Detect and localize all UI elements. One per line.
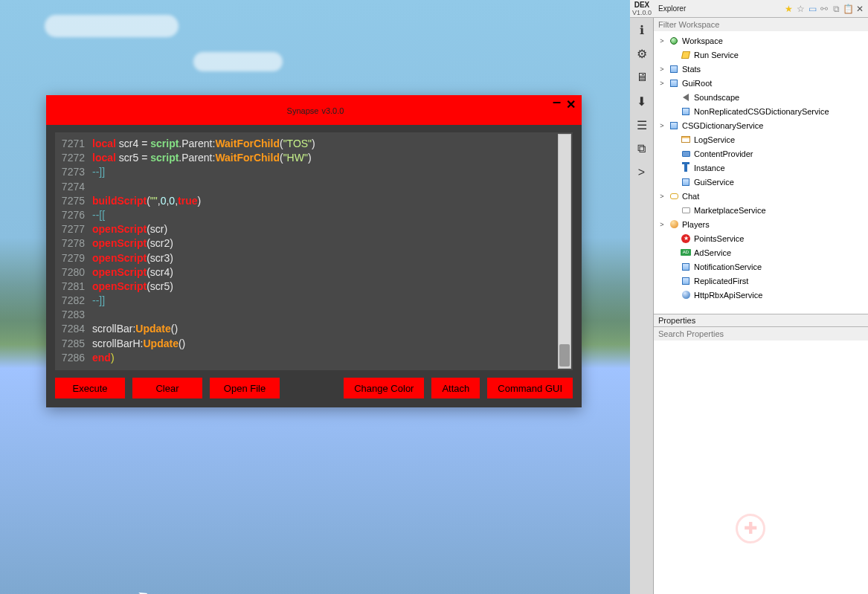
filter-workspace-input[interactable] — [654, 18, 868, 31]
tree-node-label: PointsService — [694, 234, 744, 243]
stats-node[interactable]: >Stats — [654, 62, 868, 76]
code-editor[interactable]: 7271727272737274727572767277727872797280… — [55, 132, 573, 370]
close-icon[interactable]: ✕ — [855, 4, 865, 14]
search-properties-input[interactable] — [654, 327, 868, 340]
change-color-button[interactable]: Change Color — [344, 378, 424, 398]
inst-icon — [681, 163, 691, 173]
csgdict-node[interactable]: >CSGDictionaryService — [654, 118, 868, 132]
window-icon[interactable]: ▭ — [807, 4, 817, 14]
tree-node-label: Chat — [682, 192, 699, 201]
execute-button[interactable]: Execute — [55, 378, 125, 398]
link-icon[interactable]: ⚯ — [819, 4, 829, 14]
award-icon: ✚ — [736, 514, 765, 543]
mkt-icon — [681, 205, 691, 216]
star-icon[interactable]: ☆ — [795, 4, 806, 14]
notification-node[interactable]: NotificationService — [654, 259, 868, 274]
runservice-node[interactable]: Run Service — [654, 48, 868, 62]
download-icon[interactable]: ⬇ — [630, 89, 654, 113]
more-icon[interactable]: > — [630, 161, 654, 184]
tree-node-label: AdService — [694, 248, 731, 257]
tree-node-label: Run Service — [694, 51, 739, 59]
players-icon — [669, 219, 679, 230]
close-icon[interactable]: ✕ — [566, 97, 576, 112]
guiservice-node[interactable]: GuiService — [654, 175, 868, 189]
star-fav-icon[interactable]: ★ — [783, 4, 794, 14]
copy-icon[interactable]: ⧉ — [630, 137, 654, 161]
dex-sidebar: ℹ⚙🖥⬇☰⧉> — [630, 18, 654, 594]
code-area[interactable]: local scr4 = script.Parent:WaitForChild(… — [89, 132, 556, 370]
dex-header-actions: ★☆▭⚯⧉📋✕ — [783, 4, 868, 14]
soundscape-node[interactable]: Soundscape — [654, 90, 868, 104]
editor-scrollbar[interactable] — [558, 134, 571, 369]
chevron-right-icon[interactable]: > — [658, 193, 666, 200]
paste-icon[interactable]: 📋 — [843, 4, 853, 14]
contentprov-node[interactable]: ContentProvider — [654, 146, 868, 161]
dex-header: DEX V1.0.0 Explorer ★☆▭⚯⧉📋✕ — [630, 0, 868, 18]
sq-icon — [681, 262, 691, 272]
chat-icon — [669, 191, 679, 201]
command-gui-button[interactable]: Command GUI — [487, 378, 573, 398]
synapse-titlebar[interactable]: Synapsev3.0.0 – ✕ — [46, 95, 582, 125]
sq-icon — [681, 106, 691, 117]
tree-node-label: NonReplicatedCSGDictionaryService — [694, 107, 829, 116]
sq-icon — [669, 64, 679, 74]
tree-node-label: Instance — [694, 164, 725, 172]
synapse-window[interactable]: Synapsev3.0.0 – ✕ 7271727272737274727572… — [46, 95, 582, 407]
tree-node-label: NotificationService — [694, 262, 762, 271]
points-toast: ✚ Points Awarded You received 50 points! — [728, 499, 862, 558]
tree-node-label: ContentProvider — [694, 149, 753, 158]
replicatedfirst-node[interactable]: ReplicatedFirst — [654, 274, 868, 288]
pointsservice-node[interactable]: ★PointsService — [654, 231, 868, 245]
chevron-right-icon[interactable]: > — [658, 65, 666, 73]
toast-title: Points Awarded — [773, 519, 855, 531]
http-icon — [681, 290, 691, 300]
info-icon[interactable]: ℹ — [630, 18, 654, 42]
open-file-button[interactable]: Open File — [210, 378, 280, 398]
tree-node-label: Stats — [682, 65, 701, 74]
properties-header: Properties — [654, 314, 868, 327]
scrollbar-thumb[interactable] — [559, 344, 570, 367]
tree-node-label: Players — [682, 220, 710, 229]
remote-icon[interactable]: 🖥 — [630, 65, 654, 89]
chevron-right-icon[interactable]: > — [658, 37, 666, 45]
httprbx-node[interactable]: HttpRbxApiService — [654, 288, 868, 302]
copy-icon[interactable]: ⧉ — [831, 4, 841, 14]
dex-version-label: V1.0.0 — [630, 9, 654, 16]
chevron-right-icon[interactable]: > — [658, 122, 666, 129]
synapse-toolbar: Execute Clear Open File Change Color Att… — [46, 375, 582, 407]
tree-node-label: GuiRoot — [682, 79, 712, 88]
cp-icon — [681, 149, 691, 159]
toast-message: You received 50 points! — [773, 531, 855, 539]
run-icon — [681, 50, 691, 60]
gear-icon[interactable]: ⚙ — [630, 42, 654, 65]
players-node[interactable]: >Players — [654, 217, 868, 231]
attach-button[interactable]: Attach — [431, 378, 480, 398]
tree-node-label: LogService — [694, 135, 735, 144]
tree-node-label: HttpRbxApiService — [694, 291, 762, 300]
speaker-icon — [681, 92, 691, 103]
minimize-icon[interactable]: – — [553, 97, 561, 105]
sq-icon — [681, 177, 691, 187]
chat-node[interactable]: >Chat — [654, 189, 868, 203]
chevron-right-icon[interactable]: > — [658, 221, 666, 228]
tree-node-label: Soundscape — [694, 93, 739, 102]
cloud-decoration — [45, 15, 179, 37]
instance-node[interactable]: Instance — [654, 161, 868, 175]
ad-icon: AD — [681, 248, 691, 258]
chevron-right-icon[interactable]: > — [658, 80, 666, 87]
logservice-node[interactable]: LogService — [654, 132, 868, 146]
log-icon — [681, 135, 691, 145]
tree-node-label: Workspace — [682, 36, 723, 45]
tree-node-label: GuiService — [694, 178, 734, 187]
synapse-title: Synapsev3.0.0 — [284, 103, 344, 117]
marketplace-node[interactable]: MarketplaceService — [654, 203, 868, 217]
adservice-node[interactable]: ADAdService — [654, 245, 868, 259]
nonrepcsg-node[interactable]: NonReplicatedCSGDictionaryService — [654, 104, 868, 118]
tree-node-label: MarketplaceService — [694, 206, 766, 215]
guiroot-node[interactable]: >GuiRoot — [654, 76, 868, 90]
line-gutter: 7271727272737274727572767277727872797280… — [55, 132, 89, 370]
explorer-tree[interactable]: >WorkspaceRun Service>Stats>GuiRootSound… — [654, 31, 868, 314]
workspace-node[interactable]: >Workspace — [654, 33, 868, 48]
clear-button[interactable]: Clear — [132, 378, 202, 398]
list-icon[interactable]: ☰ — [630, 113, 654, 137]
